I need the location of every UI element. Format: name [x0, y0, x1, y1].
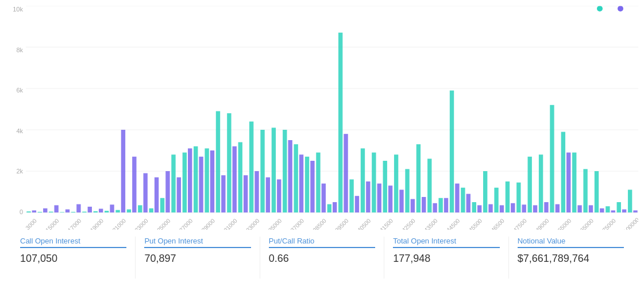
- bar-put: [522, 204, 526, 212]
- bar-put: [199, 157, 203, 212]
- bar-put: [433, 203, 437, 212]
- bar-call: [417, 144, 421, 212]
- bar-call: [506, 181, 510, 212]
- bar-call: [127, 210, 131, 212]
- bars-container: 1300015000170001900021000230002500027000…: [26, 6, 638, 230]
- x-label: 49000: [534, 217, 550, 230]
- bar-call: [238, 142, 242, 212]
- bar-put: [399, 190, 403, 212]
- stat-item-2: Put/Call Ratio 0.66: [260, 237, 384, 279]
- bar-call: [327, 204, 331, 212]
- bar-call: [427, 158, 431, 212]
- bar-put: [65, 210, 70, 212]
- bar-put: [355, 196, 359, 212]
- bar-put: [622, 210, 626, 212]
- x-label: 38500: [311, 217, 327, 230]
- bar-put: [88, 207, 92, 212]
- bar-call: [38, 212, 42, 212]
- bar-put: [188, 148, 192, 212]
- x-label: 19000: [89, 217, 105, 230]
- bar-call: [405, 169, 409, 212]
- bar-put: [411, 199, 415, 212]
- bar-put: [344, 134, 348, 212]
- bar-call: [349, 179, 353, 212]
- bar-call: [472, 202, 476, 212]
- bar-call: [550, 105, 554, 212]
- bar-put: [566, 153, 570, 212]
- bars-svg: 1300015000170001900021000230002500027000…: [26, 6, 638, 230]
- bar-call: [628, 190, 632, 212]
- bar-call: [438, 198, 442, 212]
- bar-put: [144, 173, 148, 212]
- bar-put: [43, 208, 47, 212]
- bar-put: [177, 177, 181, 212]
- bar-put: [444, 198, 448, 212]
- bar-call: [361, 148, 365, 212]
- bar-call: [494, 188, 498, 212]
- bar-call: [617, 202, 621, 212]
- bar-put: [266, 177, 270, 212]
- bar-put: [466, 194, 471, 212]
- bar-call: [516, 183, 520, 212]
- x-label: 40500: [356, 217, 372, 230]
- bar-call: [216, 111, 220, 212]
- y-axis: 02k4k6k8k10k: [6, 6, 26, 215]
- stat-value: $7,661,789,764: [518, 253, 624, 265]
- bar-call: [583, 169, 587, 212]
- x-label: 21000: [111, 217, 128, 230]
- bar-put: [165, 171, 169, 212]
- bar-put: [54, 205, 58, 212]
- bar-put: [155, 177, 159, 212]
- x-label: 17000: [67, 217, 83, 230]
- bar-call: [183, 153, 187, 212]
- bar-put: [366, 181, 370, 212]
- bar-put: [299, 154, 303, 212]
- bar-call: [49, 212, 53, 212]
- bar-put: [377, 184, 381, 212]
- stat-label: Notional Value: [518, 237, 624, 248]
- bar-put: [488, 204, 492, 212]
- x-label: 13000: [26, 217, 38, 230]
- bar-call: [26, 211, 30, 212]
- x-label: 15000: [44, 217, 60, 230]
- x-label: 35000: [267, 217, 283, 230]
- bar-put: [244, 175, 248, 212]
- x-label: 45500: [468, 217, 484, 230]
- bar-call: [149, 208, 153, 212]
- x-label: 37000: [290, 217, 306, 230]
- stat-item-1: Put Open Interest 70,897: [136, 237, 260, 279]
- y-label: 8k: [6, 47, 26, 53]
- bar-call: [171, 154, 175, 212]
- bar-put: [121, 130, 125, 212]
- x-label: 75000: [601, 217, 617, 230]
- bar-call: [115, 210, 119, 212]
- stat-item-3: Total Open Interest 177,948: [384, 237, 508, 279]
- bar-call: [227, 113, 231, 212]
- bar-put: [32, 210, 36, 212]
- bar-call: [461, 188, 465, 212]
- bar-put: [511, 203, 515, 212]
- bar-call: [372, 153, 376, 212]
- stat-label: Put/Call Ratio: [269, 237, 375, 248]
- bar-put: [544, 202, 548, 212]
- bar-call: [294, 144, 298, 212]
- bar-put: [556, 204, 560, 212]
- bar-call: [450, 91, 454, 212]
- bar-call: [160, 198, 164, 212]
- bar-put: [589, 205, 593, 212]
- bar-call: [94, 211, 98, 212]
- bar-call: [316, 153, 320, 212]
- bar-call: [71, 212, 75, 212]
- x-label: 65000: [579, 217, 595, 230]
- x-label: 41500: [379, 217, 395, 230]
- y-label: 4k: [6, 127, 26, 134]
- bar-call: [528, 157, 532, 212]
- stat-label: Call Open Interest: [20, 237, 126, 248]
- bar-call: [572, 153, 576, 212]
- y-label: 2k: [6, 168, 26, 175]
- stat-value: 107,050: [20, 253, 126, 265]
- stat-label: Total Open Interest: [393, 237, 499, 248]
- bar-put: [611, 210, 615, 212]
- stats-row: Call Open Interest 107,050 Put Open Inte…: [6, 230, 638, 279]
- bar-call: [205, 148, 209, 212]
